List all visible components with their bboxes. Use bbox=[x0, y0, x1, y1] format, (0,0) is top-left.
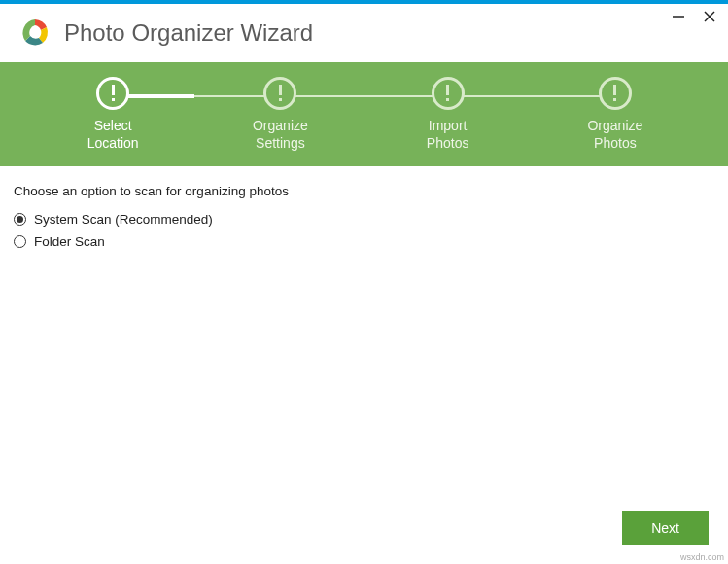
exclamation-icon bbox=[432, 77, 465, 110]
footer: Next bbox=[622, 511, 709, 545]
step-organize-settings[interactable]: OrganizeSettings bbox=[207, 77, 353, 152]
radio-label: System Scan (Recommended) bbox=[34, 212, 213, 227]
svg-rect-7 bbox=[446, 85, 449, 95]
app-title: Photo Organizer Wizard bbox=[64, 19, 313, 47]
minimize-button[interactable] bbox=[672, 10, 685, 23]
watermark: wsxdn.com bbox=[680, 552, 724, 562]
svg-rect-5 bbox=[279, 85, 282, 95]
app-logo-icon bbox=[19, 18, 51, 49]
svg-rect-10 bbox=[613, 98, 616, 101]
content-area: Choose an option to scan for organizing … bbox=[0, 166, 728, 274]
step-label: ImportPhotos bbox=[427, 118, 469, 152]
exclamation-icon bbox=[599, 77, 632, 110]
step-import-photos[interactable]: ImportPhotos bbox=[375, 77, 521, 152]
step-label: OrganizeSettings bbox=[253, 118, 308, 152]
wizard-stepper: SelectLocation OrganizeSettings ImportPh… bbox=[0, 62, 728, 166]
header: Photo Organizer Wizard bbox=[0, 4, 728, 62]
radio-icon bbox=[14, 235, 26, 248]
exclamation-icon bbox=[263, 77, 296, 110]
exclamation-icon bbox=[96, 77, 129, 110]
close-button[interactable] bbox=[703, 10, 716, 23]
svg-rect-3 bbox=[112, 85, 115, 95]
option-folder-scan[interactable]: Folder Scan bbox=[14, 234, 714, 249]
svg-rect-8 bbox=[446, 98, 449, 101]
svg-rect-9 bbox=[613, 85, 616, 95]
svg-rect-4 bbox=[112, 98, 115, 101]
radio-icon bbox=[14, 213, 26, 226]
radio-label: Folder Scan bbox=[34, 234, 105, 249]
step-label: OrganizePhotos bbox=[587, 118, 642, 152]
step-organize-photos[interactable]: OrganizePhotos bbox=[542, 77, 688, 152]
svg-rect-6 bbox=[279, 98, 282, 101]
step-select-location[interactable]: SelectLocation bbox=[40, 77, 186, 152]
window-controls bbox=[672, 10, 716, 23]
next-button[interactable]: Next bbox=[622, 511, 709, 545]
option-system-scan[interactable]: System Scan (Recommended) bbox=[14, 212, 714, 227]
step-label: SelectLocation bbox=[87, 118, 139, 152]
instruction-text: Choose an option to scan for organizing … bbox=[14, 184, 714, 198]
